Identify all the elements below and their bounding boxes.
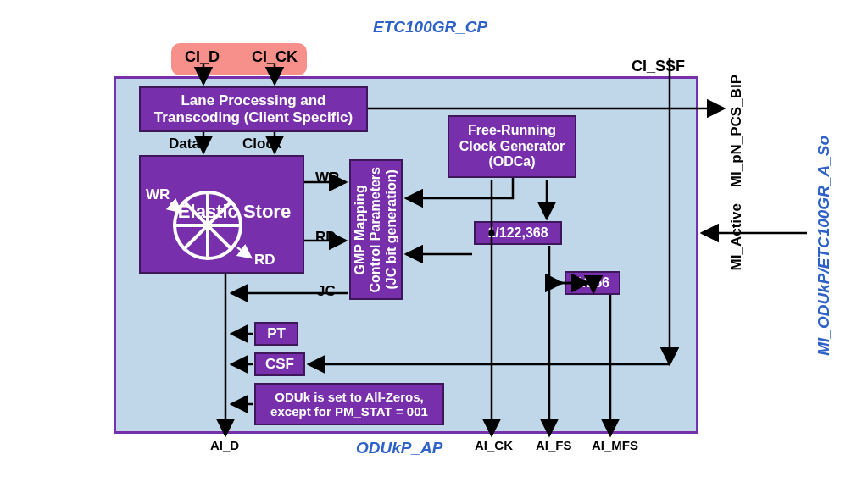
- svg-point-29: [547, 280, 553, 286]
- svg-point-30: [489, 230, 495, 236]
- connections-icon: [0, 0, 868, 488]
